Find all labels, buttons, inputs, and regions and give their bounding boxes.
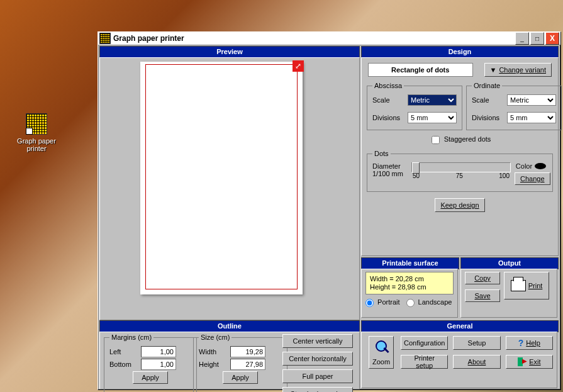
- outline-panel: Margins (cm) Left Bottom Apply Size (cm)…: [99, 332, 360, 389]
- window-title: Graph paper printer: [113, 34, 515, 43]
- abscissa-scale-select[interactable]: Metric: [408, 94, 457, 106]
- minimize-button[interactable]: _: [515, 32, 529, 45]
- abscissa-fieldset: Abscissa Scale Metric Divisions 5 mm: [367, 82, 462, 130]
- abscissa-scale-label: Scale: [372, 96, 404, 104]
- staggered-dots-checkbox-label[interactable]: Staggered dots: [429, 135, 491, 143]
- margin-left-input[interactable]: [141, 346, 176, 357]
- ordinate-fieldset: Ordinate Scale Metric Divisions 5 mm: [466, 82, 562, 130]
- printable-width: Width = 20,28 cm: [370, 275, 449, 283]
- design-header: Design: [361, 46, 559, 58]
- general-panel: Zoom Configuration Setup ? Help Printer …: [361, 332, 557, 388]
- size-legend: Size (cm): [199, 333, 231, 341]
- help-icon: ?: [518, 338, 524, 348]
- standard-margins-button[interactable]: Standard margins: [282, 387, 353, 392]
- diameter-label: Diameter: [372, 162, 408, 170]
- printable-panel: Width = 20,28 cm Height = 28,98 cm Portr…: [361, 269, 458, 318]
- size-apply-button[interactable]: Apply: [223, 371, 258, 384]
- diameter-slider-thumb[interactable]: [412, 162, 420, 174]
- ordinate-legend: Ordinate: [472, 82, 502, 89]
- preview-page: ⤢: [140, 62, 303, 294]
- tick-mid: 75: [456, 172, 463, 179]
- ordinate-scale-select[interactable]: Metric: [507, 94, 556, 106]
- diameter-unit: 1/100 mm: [372, 170, 408, 177]
- exit-button[interactable]: Exit: [506, 355, 553, 369]
- abscissa-divisions-label: Divisions: [372, 114, 404, 121]
- ordinate-divisions-label: Divisions: [472, 114, 503, 121]
- desktop-shortcut-label: Graph paper printer: [11, 137, 62, 152]
- full-paper-button[interactable]: Full paper: [282, 369, 353, 383]
- variant-name: Rectangle of dots: [368, 63, 473, 77]
- general-header: General: [361, 320, 559, 332]
- change-variant-button[interactable]: ▼ Change variant: [484, 63, 552, 77]
- printable-header: Printable surface: [361, 257, 459, 269]
- abscissa-divisions-select[interactable]: 5 mm: [408, 112, 457, 123]
- close-button[interactable]: X: [545, 32, 559, 45]
- margins-apply-button[interactable]: Apply: [133, 371, 168, 384]
- printer-icon: [511, 280, 526, 291]
- size-fieldset: Size (cm) Width Height Apply: [193, 333, 287, 392]
- outline-header: Outline: [99, 320, 360, 332]
- margin-left-label: Left: [109, 348, 137, 356]
- preview-dot-area: [145, 64, 298, 289]
- size-width-label: Width: [199, 348, 226, 356]
- preview-header: Preview: [99, 46, 360, 58]
- resize-handle-icon[interactable]: ⤢: [293, 60, 304, 72]
- exit-icon: [518, 357, 527, 366]
- margin-bottom-input[interactable]: [141, 359, 176, 370]
- orientation-portrait[interactable]: Portrait: [365, 298, 400, 307]
- staggered-dots-checkbox[interactable]: [432, 136, 440, 144]
- ordinate-divisions-select[interactable]: 5 mm: [507, 112, 556, 123]
- dots-fieldset: Dots Diameter 1/100 mm 50 75 100: [367, 150, 553, 192]
- size-height-input[interactable]: [230, 359, 265, 370]
- abscissa-legend: Abscissa: [372, 82, 404, 89]
- preview-panel: ⤢: [99, 57, 360, 320]
- save-button[interactable]: Save: [465, 289, 500, 302]
- printable-height: Height = 28,98 cm: [370, 283, 449, 291]
- dot-color-swatch: [535, 163, 546, 169]
- titlebar[interactable]: Graph paper printer _ □ X: [98, 32, 560, 45]
- setup-button[interactable]: Setup: [453, 336, 500, 350]
- copy-button[interactable]: Copy: [465, 272, 500, 284]
- ordinate-scale-label: Scale: [472, 96, 503, 104]
- margins-legend: Margins (cm): [109, 333, 153, 341]
- dots-legend: Dots: [372, 150, 391, 157]
- orientation-landscape[interactable]: Landscape: [406, 298, 452, 307]
- printer-setup-button[interactable]: Printer setup: [401, 355, 448, 369]
- help-button[interactable]: ? Help: [506, 336, 553, 350]
- chevron-down-icon: ▼: [490, 66, 497, 74]
- color-label: Color: [516, 162, 532, 170]
- printable-dimensions: Width = 20,28 cm Height = 28,98 cm: [365, 272, 454, 294]
- size-width-input[interactable]: [230, 346, 265, 357]
- desktop-shortcut[interactable]: Graph paper printer: [11, 113, 62, 152]
- design-panel: Rectangle of dots ▼ Change variant Absci…: [361, 57, 559, 256]
- configuration-button[interactable]: Configuration: [401, 336, 448, 350]
- maximize-button[interactable]: □: [530, 32, 544, 45]
- center-horizontally-button[interactable]: Center horizontally: [282, 352, 353, 366]
- zoom-button[interactable]: Zoom: [369, 336, 394, 369]
- app-window: Graph paper printer _ □ X Preview ⤢ Outl…: [98, 31, 561, 390]
- size-height-label: Height: [199, 361, 226, 368]
- print-button[interactable]: Print: [504, 272, 549, 300]
- margins-fieldset: Margins (cm) Left Bottom Apply: [104, 333, 197, 392]
- keep-design-button[interactable]: Keep design: [435, 198, 484, 212]
- diameter-slider[interactable]: [411, 162, 511, 172]
- app-icon: [99, 33, 111, 44]
- margin-bottom-label: Bottom: [109, 361, 137, 368]
- tick-max: 100: [499, 172, 510, 179]
- output-header: Output: [460, 257, 559, 269]
- about-button[interactable]: About: [453, 355, 500, 369]
- grid-icon: [26, 113, 47, 135]
- portrait-radio[interactable]: [365, 299, 374, 307]
- center-vertically-button[interactable]: Center vertically: [282, 334, 353, 348]
- landscape-radio[interactable]: [406, 299, 415, 307]
- change-color-button[interactable]: Change: [515, 172, 550, 185]
- magnifier-icon: [374, 340, 388, 354]
- output-panel: Copy Save Print: [460, 269, 557, 318]
